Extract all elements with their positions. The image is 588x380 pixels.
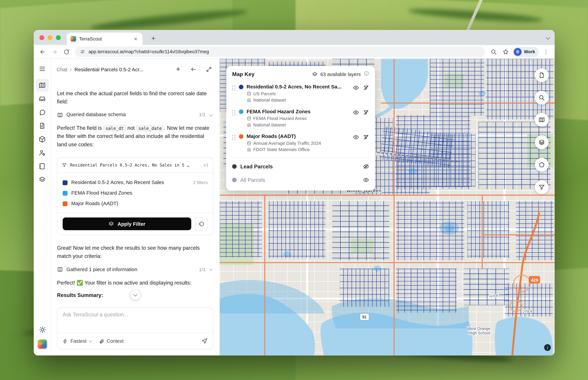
map-label-elevation: 119 ft — [489, 294, 498, 298]
filter-tool-button[interactable] — [535, 180, 549, 194]
breadcrumb-current: Residential Parcels 0.5-2 Acr... — [75, 67, 143, 72]
tab-list-chevron-icon[interactable] — [546, 35, 550, 40]
chat-messages: Let me check the actual parcel fields to… — [51, 80, 219, 307]
layer-filter-count: 2 filters — [193, 179, 208, 186]
eye-off-icon[interactable] — [363, 163, 369, 170]
browser-profile-chip[interactable]: B Work — [513, 47, 539, 57]
reload-button[interactable] — [61, 47, 71, 57]
map-key-layer-row: FEMA Flood Hazard Zones FEMA Flood Hazar… — [232, 105, 369, 130]
filter-slash-icon[interactable] — [363, 85, 369, 91]
new-tab-button[interactable]: + — [149, 34, 158, 43]
minimize-window-button[interactable] — [48, 35, 53, 40]
tool-call-row[interactable]: Gathered 1 piece of information 1/1 — [57, 266, 213, 273]
bookmark-star-icon[interactable] — [501, 47, 511, 57]
map-label-school: West Orange High School — [467, 326, 491, 335]
layer-title: FEMA Flood Hazard Zones — [247, 109, 310, 114]
tool-call-row[interactable]: Queried database schema 1/1 — [57, 111, 213, 119]
draw-polygon-tool-button[interactable] — [535, 158, 549, 172]
eye-icon[interactable] — [353, 134, 359, 140]
layers-map-icon[interactable] — [36, 173, 49, 186]
drag-handle[interactable] — [232, 135, 235, 140]
chat-input[interactable] — [63, 312, 208, 318]
filter-card-header[interactable]: Residential Parcels 0.5–2 Acres, No Sale… — [57, 158, 213, 173]
close-tab-icon[interactable]: × — [133, 35, 139, 42]
search-tool-button[interactable] — [535, 91, 549, 105]
map-icon[interactable] — [36, 79, 49, 92]
drag-handle[interactable] — [232, 110, 235, 115]
chat-message: Perfect! ✅ Your filter is now active and… — [57, 279, 213, 287]
expand-panel-button[interactable] — [204, 65, 213, 74]
chat-panel: Chat › Residential Parcels 0.5-2 Acr... … — [51, 59, 220, 355]
funnel-icon — [538, 184, 545, 190]
paperclip-icon — [99, 338, 104, 343]
reset-filter-button[interactable] — [195, 218, 208, 230]
user-settings-icon[interactable] — [36, 146, 49, 159]
document-icon[interactable] — [36, 119, 49, 132]
filter-card: Residential Parcels 0.5–2 Acres, No Sale… — [57, 158, 213, 235]
send-button[interactable] — [201, 338, 208, 344]
layer-color-swatch — [63, 191, 68, 196]
tool-call-label: Queried database schema — [66, 111, 126, 119]
new-chat-button[interactable]: + — [173, 65, 183, 74]
map-key-layer-row: Residential 0.5-2 Acres, No Recent Sa...… — [232, 81, 369, 105]
map-key-panel: Map Key 63 available layers — [226, 66, 375, 190]
filter-layer-row: Major Roads (AADT) — [63, 198, 208, 209]
apply-filter-button[interactable]: Apply Filter — [63, 218, 191, 230]
code-span: sale_dt — [103, 125, 126, 132]
scroll-to-bottom-button[interactable] — [130, 289, 141, 300]
layer-title: Major Roads (AADT) — [247, 133, 296, 139]
browser-window: TerraScout × + app.terrascout.ai/map?cha… — [34, 30, 554, 355]
info-icon[interactable] — [364, 71, 369, 78]
inbox-icon[interactable] — [36, 92, 49, 105]
layer-dataset: FDOT State Materials Office — [247, 147, 349, 152]
drag-handle[interactable] — [232, 86, 235, 91]
book-icon — [57, 267, 63, 273]
breadcrumb-chevron-icon: › — [70, 66, 72, 72]
eye-icon[interactable] — [353, 110, 359, 115]
eye-icon[interactable] — [353, 85, 359, 91]
zoom-window-button[interactable] — [56, 35, 61, 40]
layers-tool-button[interactable] — [535, 135, 549, 149]
document-tool-button[interactable] — [535, 68, 549, 82]
forward-button[interactable] — [50, 47, 59, 57]
chevron-down-icon — [89, 339, 92, 342]
browser-menu-icon[interactable]: ⋮ — [541, 47, 551, 57]
profile-avatar: B — [514, 48, 522, 56]
context-button[interactable]: Context — [99, 338, 124, 344]
institution-icon — [247, 147, 251, 152]
chevron-down-icon[interactable] — [209, 113, 213, 116]
close-window-button[interactable] — [39, 35, 44, 40]
layers-3d-icon — [538, 139, 545, 145]
pentagon-icon — [538, 162, 545, 168]
menu-icon[interactable] — [36, 62, 49, 75]
collapse-panel-button[interactable] — [189, 65, 198, 74]
browser-tab[interactable]: TerraScout × — [67, 33, 142, 45]
theme-toggle-icon[interactable] — [36, 323, 49, 336]
eye-icon[interactable] — [363, 177, 369, 183]
filter-slash-icon[interactable] — [363, 134, 369, 140]
terrascout-logo[interactable] — [38, 339, 47, 349]
layer-source: Annual Average Daily Traffic 2024 — [247, 141, 349, 146]
notebook-icon[interactable] — [36, 160, 49, 172]
zoom-icon[interactable] — [489, 47, 498, 57]
database-icon — [247, 116, 251, 121]
site-info-icon[interactable] — [80, 49, 85, 55]
lead-parcels-row: Lead Parcels — [232, 160, 369, 173]
address-bar[interactable]: app.terrascout.ai/map?chatId=osufkr114vl… — [75, 46, 485, 57]
cube-icon[interactable] — [36, 133, 49, 145]
route-shield-429-label: 429 — [531, 278, 538, 283]
map-key-layer-row: Major Roads (AADT) Annual Average Daily … — [232, 130, 369, 155]
available-layers-button[interactable]: 63 available layers — [312, 72, 361, 77]
map-attribution-info-button[interactable]: i — [544, 344, 551, 351]
chevron-down-icon[interactable] — [209, 267, 213, 271]
send-plane-icon — [201, 338, 208, 344]
breadcrumb-root[interactable]: Chat — [57, 67, 67, 72]
institution-icon — [247, 123, 251, 127]
chat-icon[interactable] — [36, 106, 49, 118]
browser-toolbar: app.terrascout.ai/map?chatId=osufkr114vl… — [34, 45, 554, 59]
divider — [232, 157, 369, 157]
filter-slash-icon[interactable] — [363, 110, 369, 115]
basemap-tool-button[interactable] — [535, 113, 549, 127]
model-selector[interactable]: Fastest — [63, 338, 91, 344]
back-button[interactable] — [38, 47, 47, 57]
